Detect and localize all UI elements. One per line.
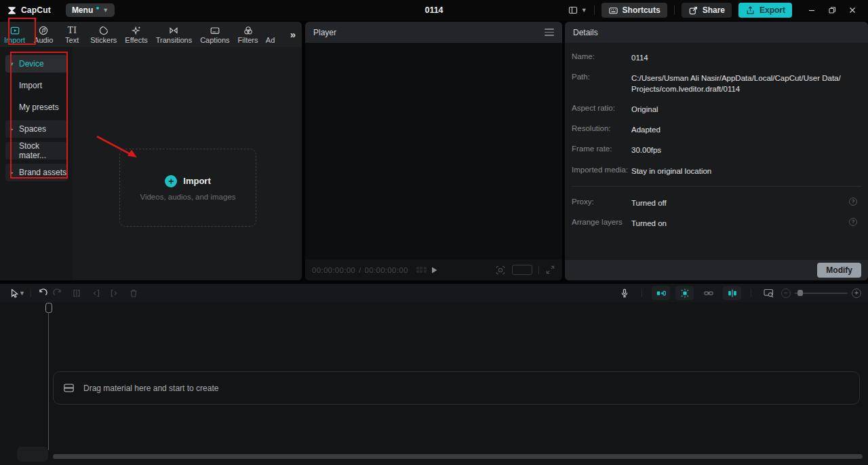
keyboard-icon [608, 5, 618, 16]
redo-icon[interactable] [50, 286, 65, 301]
details-header: Details [565, 22, 868, 43]
player-header: Player [305, 22, 562, 43]
timeline-corner-tile [17, 447, 48, 462]
playhead-line [48, 312, 49, 450]
sidebar-item-my-presets[interactable]: My presets [5, 98, 67, 116]
player-menu-icon[interactable] [545, 29, 554, 36]
timeline-empty-text: Drag material here and start to create [83, 384, 218, 393]
menu-notification-dot [96, 7, 99, 10]
tab-effects[interactable]: Effects [121, 22, 151, 47]
app-name: CapCut [21, 5, 51, 15]
timeline-zoom-control: − + [781, 289, 861, 298]
capcut-window: 0114 CapCut Menu ▼ ▼ Shor [0, 0, 868, 465]
divider [594, 5, 595, 15]
play-button[interactable] [430, 266, 438, 274]
ratio-selector[interactable] [512, 265, 532, 275]
triangle-down-icon: ▾ [10, 60, 16, 67]
delete-left-icon[interactable] [88, 286, 103, 301]
minimize-button[interactable] [803, 3, 821, 18]
triangle-right-icon: ▸ [10, 126, 16, 132]
tab-adjustment[interactable]: Ad [262, 22, 279, 47]
detail-row-frame-rate: Frame rate: 30.00fps [572, 145, 861, 155]
chevron-down-icon[interactable]: ▼ [19, 290, 25, 297]
horizontal-scrollbar[interactable] [53, 454, 863, 459]
info-icon[interactable]: ? [849, 198, 857, 206]
zoom-slider[interactable] [795, 293, 848, 294]
undo-icon[interactable] [35, 286, 50, 301]
fullscreen-icon[interactable] [545, 265, 555, 275]
chevron-down-icon: ▼ [581, 7, 587, 14]
split-icon[interactable] [69, 286, 84, 301]
menu-button[interactable]: Menu ▼ [66, 3, 115, 17]
close-button[interactable] [844, 3, 861, 18]
capcut-logo-icon [7, 5, 17, 16]
frame-preview-icon[interactable] [416, 267, 427, 274]
playhead-handle[interactable] [45, 303, 52, 313]
plus-icon: + [165, 175, 177, 187]
divider [674, 5, 675, 15]
zoom-in-icon[interactable]: + [852, 289, 861, 298]
tab-transitions[interactable]: Transitions [152, 22, 196, 47]
layout-switch-button[interactable]: ▼ [568, 5, 587, 16]
player-panel: Player 00:00:00:00 / 00:00:00:00 [305, 22, 562, 280]
share-button[interactable]: Share [682, 3, 732, 18]
sidebar-item-device[interactable]: ▾ Device [5, 55, 67, 73]
panel-layout-icon [568, 5, 578, 16]
divider [751, 289, 751, 297]
divider [642, 289, 642, 297]
filters-icon [243, 25, 254, 36]
tab-text[interactable]: TI Text [58, 22, 86, 47]
timecode: 00:00:00:00 / 00:00:00:00 [312, 266, 408, 274]
details-panel: Details Name: 0114 Path: C:/Users/Usman … [565, 22, 868, 280]
player-controls: 00:00:00:00 / 00:00:00:00 [305, 259, 562, 280]
info-icon[interactable]: ? [849, 218, 857, 226]
detail-row-proxy: Proxy: Turned off ? [572, 198, 861, 208]
tab-stickers[interactable]: Stickers [86, 22, 121, 47]
divider [31, 289, 31, 297]
audio-icon [38, 25, 49, 36]
shortcuts-button[interactable]: Shortcuts [601, 3, 667, 18]
stickers-icon [98, 25, 109, 36]
tab-filters[interactable]: Filters [234, 22, 262, 47]
import-dropzone[interactable]: + Import Videos, audios, and images [119, 149, 256, 227]
text-icon: TI [68, 25, 77, 36]
auto-snapping-icon[interactable] [675, 286, 694, 300]
tab-import[interactable]: Import [0, 22, 29, 47]
delete-icon[interactable] [126, 286, 141, 301]
detail-row-resolution: Resolution: Adapted [572, 124, 861, 135]
record-voiceover-icon[interactable] [617, 286, 632, 301]
detail-row-path: Path: C:/Users/Usman Ali Nasir/AppData/L… [572, 73, 861, 94]
import-dropzone-subtitle: Videos, audios, and images [140, 193, 235, 201]
material-layout-icon[interactable] [761, 286, 776, 301]
import-icon [9, 25, 20, 36]
export-icon [745, 5, 755, 16]
preview-axis-icon[interactable] [723, 286, 741, 300]
media-content: + Import Videos, audios, and images [73, 47, 302, 280]
sidebar-item-stock-materials[interactable]: Stock mater... [5, 142, 67, 160]
magnetic-snap-icon[interactable] [652, 286, 670, 300]
details-footer: Modify [565, 260, 868, 280]
zoom-slider-handle[interactable] [797, 290, 803, 296]
details-body: Name: 0114 Path: C:/Users/Usman Ali Nasi… [565, 43, 868, 260]
detail-row-name: Name: 0114 [572, 52, 861, 63]
restore-button[interactable] [823, 3, 841, 18]
effects-icon [131, 25, 142, 36]
focus-fit-icon[interactable] [495, 265, 506, 276]
timeline-drop-area[interactable]: Drag material here and start to create [53, 371, 860, 405]
sidebar-item-spaces[interactable]: ▸ Spaces [5, 120, 67, 138]
player-viewport [305, 43, 562, 259]
zoom-out-icon[interactable]: − [781, 289, 791, 298]
linking-icon[interactable] [699, 286, 717, 300]
delete-right-icon[interactable] [107, 286, 122, 301]
sidebar-item-import[interactable]: Import [5, 77, 67, 94]
more-tabs-button[interactable]: » [284, 22, 302, 47]
tab-captions[interactable]: Captions [196, 22, 233, 47]
share-icon [688, 5, 698, 16]
tab-audio[interactable]: Audio [29, 22, 58, 47]
sidebar-item-brand-assets[interactable]: ▸ Brand assets [5, 164, 67, 181]
export-button[interactable]: Export [738, 3, 792, 18]
modify-button[interactable]: Modify [817, 263, 861, 278]
titlebar: 0114 CapCut Menu ▼ ▼ Shor [0, 0, 868, 20]
timeline-body: Drag material here and start to create [0, 302, 868, 465]
captions-icon [210, 25, 220, 36]
